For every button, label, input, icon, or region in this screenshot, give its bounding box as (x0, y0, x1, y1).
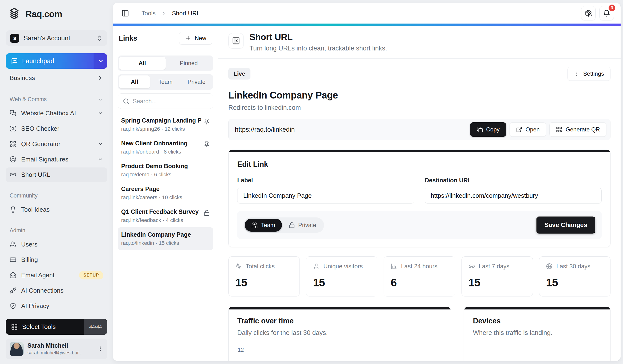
team-toggle[interactable]: Team (245, 219, 282, 232)
link-item-new-client-onboarding[interactable]: New Client Onboarding raq.link/onboard ·… (118, 136, 213, 159)
plus-icon (185, 35, 191, 41)
content-area: Short URL Turn long URLs into clean, tra… (218, 26, 621, 361)
link-subtitle: Redirects to linkedin.com (228, 104, 610, 111)
link-item-careers-page[interactable]: Careers Page raq.link/careers · 10 click… (118, 182, 213, 204)
sidebar-item-email-agent[interactable]: Email Agent SETUP (6, 268, 107, 282)
devices-card-title: Devices (473, 317, 601, 325)
page-title: Short URL (249, 32, 387, 42)
traffic-over-time-card: Traffic over time Daily clicks for the l… (228, 307, 451, 361)
sidebar-toggle-button[interactable] (120, 8, 131, 19)
link-icon (10, 171, 16, 178)
panel-left-icon (121, 9, 129, 17)
sidebar-item-short-url[interactable]: Short URL (6, 168, 107, 182)
logo-layers-icon (7, 7, 21, 21)
link-item-spring-campaign[interactable]: Spring Campaign Landing P... raq.link/sp… (118, 113, 213, 136)
search-input[interactable] (133, 98, 208, 105)
launchpad-expand-button[interactable] (94, 53, 107, 69)
save-changes-button[interactable]: Save Changes (536, 216, 595, 234)
sidebar-item-qr-generator[interactable]: QR Generator (6, 137, 107, 151)
pointer-click-icon (235, 263, 242, 270)
sidebar-item-seo-checker[interactable]: SEO Checker (6, 121, 107, 136)
lock-icon (289, 222, 295, 228)
links-search (118, 93, 213, 109)
stat-last-24-hours: Last 24 hours 6 (384, 256, 455, 297)
copy-button[interactable]: Copy (470, 122, 506, 137)
user-menu-kebab-icon[interactable] (97, 346, 103, 352)
settings-button[interactable]: Settings (567, 67, 610, 81)
links-panel-title: Links (119, 34, 137, 42)
private-toggle[interactable]: Private (282, 219, 323, 232)
card-top-accent (229, 307, 451, 309)
link-item-q1-client-feedback[interactable]: Q1 Client Feedback Survey raq.link/feedb… (118, 204, 213, 227)
chevron-right-icon (97, 74, 103, 81)
card-top-accent (464, 307, 610, 309)
sidebar-item-email-signatures[interactable]: Email Signatures (6, 152, 107, 167)
users-icon (10, 241, 16, 248)
link-item-product-demo-booking[interactable]: Product Demo Booking raq.to/demo · 6 cli… (118, 159, 213, 182)
destination-url-field[interactable] (425, 188, 601, 204)
stat-last-30-days: Last 30 days 15 (539, 256, 610, 297)
sidebar-item-ai-privacy[interactable]: AI Privacy (6, 299, 107, 313)
short-url-tool-icon (228, 33, 244, 48)
pin-icon (203, 118, 210, 125)
sidebar-item-ai-connections[interactable]: AI Connections (6, 283, 107, 298)
section-web-comms[interactable]: Web & Comms (6, 96, 107, 103)
shield-check-icon (10, 302, 16, 309)
link-item-linkedin-company-page[interactable]: LinkedIn Company Page raq.to/linkedin · … (118, 227, 213, 250)
at-sign-icon (10, 156, 16, 163)
tab-pinned[interactable]: Pinned (166, 57, 212, 70)
visibility-toggle: Team Private (244, 217, 324, 233)
sidebar-item-business[interactable]: Business (6, 71, 107, 85)
qr-code-icon (10, 141, 16, 147)
link-list: Spring Campaign Landing P... raq.link/sp… (118, 113, 213, 250)
lock-icon (203, 210, 210, 216)
user-profile-card[interactable]: Sarah Mitchell sarah.mitchell@westbur... (6, 339, 107, 359)
sidebar-item-website-chatbox-ai[interactable]: Website Chatbox AI (6, 106, 107, 120)
destination-field-label: Destination URL (425, 177, 601, 184)
section-community: Community (6, 193, 107, 199)
sidebar-item-tool-ideas[interactable]: Tool Ideas (6, 202, 107, 217)
account-switcher[interactable]: s Sarah's Account (6, 30, 107, 46)
tab-visibility-team[interactable]: Team (150, 75, 181, 88)
tab-all[interactable]: All (119, 57, 166, 70)
label-field-label: Label (237, 177, 414, 184)
user-name: Sarah Mitchell (27, 342, 93, 349)
tools-count-badge: 44/44 (84, 319, 107, 335)
tab-visibility-private[interactable]: Private (181, 75, 212, 88)
sidebar-nav: Business Web & Comms Website Chatbox AI (6, 69, 107, 316)
sidebar-item-billing[interactable]: Billing (6, 253, 107, 267)
copy-icon (477, 126, 483, 133)
breadcrumb-chevron-icon (161, 10, 167, 16)
sidebar-item-users[interactable]: Users (6, 237, 107, 252)
pin-icon (203, 141, 210, 148)
breadcrumb-tools[interactable]: Tools (142, 10, 156, 17)
credit-card-icon (10, 256, 16, 263)
links-panel: Links New All Pinned All Team Private (113, 26, 218, 361)
sidebar-item-ai-usage[interactable]: AI Usage (6, 314, 107, 316)
open-button[interactable]: Open (510, 122, 546, 137)
edit-link-card: Edit Link Label Destination URL (228, 150, 610, 247)
app-logo: Raq.com (6, 7, 107, 21)
chevron-down-icon (98, 110, 103, 116)
mail-open-icon (10, 272, 16, 278)
notifications-button[interactable]: 3 (600, 6, 614, 21)
stats-row: Total clicks 15 Unique visitors 15 (228, 256, 610, 297)
generate-qr-button[interactable]: Generate QR (549, 122, 606, 137)
launchpad-button[interactable]: Launchpad (6, 53, 107, 69)
tab-visibility-all[interactable]: All (119, 75, 150, 88)
window-header: Tools Short URL 3 (113, 3, 621, 23)
search-icon (123, 98, 129, 105)
layout-grid-icon (11, 323, 18, 330)
label-field[interactable] (237, 188, 414, 204)
traffic-chart: 12 (237, 346, 442, 361)
package-search-button[interactable] (581, 6, 596, 21)
traffic-chart-title: Traffic over time (237, 317, 442, 325)
chevron-down-icon (98, 141, 103, 147)
select-tools-button[interactable]: Select Tools 44/44 (6, 319, 107, 335)
users-icon (251, 222, 258, 228)
stat-total-clicks: Total clicks 15 (228, 256, 300, 297)
chevrons-up-down-icon (96, 35, 103, 42)
new-link-button[interactable]: New (179, 32, 212, 45)
user-email: sarah.mitchell@westbur... (27, 350, 93, 356)
chat-bubbles-icon (10, 110, 16, 117)
